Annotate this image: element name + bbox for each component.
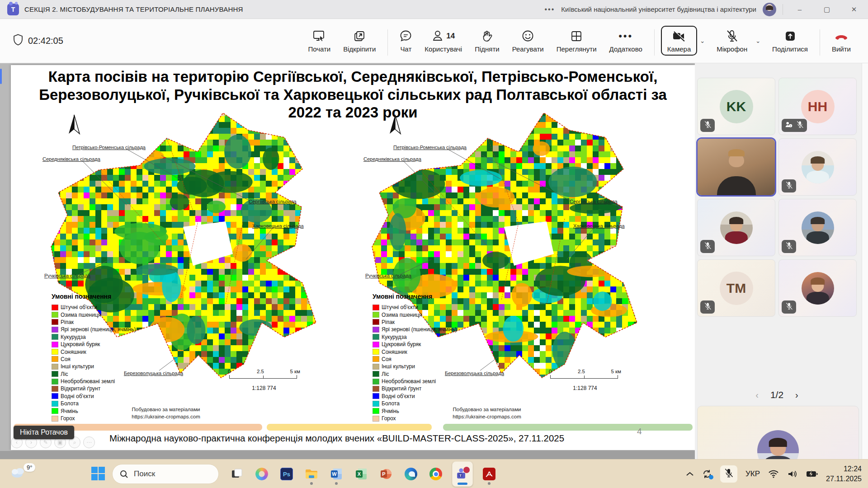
tile-status-badge [782,179,796,192]
shield-icon [13,34,24,48]
raise-hand-icon [481,29,493,43]
maximize-button[interactable]: ▢ [816,0,837,19]
meeting-title: СЕКЦІЯ 2. МІСТОБУДУВАННЯ ТА ТЕРИТОРІАЛЬН… [24,5,243,13]
meeting-toolbar: 02:42:05 Почати Відкріпити [0,19,868,63]
legend-label: Соя [61,356,71,362]
map-attribution: Побудовано за матеріаламиhttps://ukraine… [98,406,234,420]
powerpoint-icon[interactable]: P [377,462,395,486]
keyboard-language[interactable]: УКР [745,469,760,479]
legend-swatch [52,371,58,377]
excel-icon[interactable]: X [353,462,370,486]
legend-swatch [373,312,379,318]
view-button[interactable]: Переглянути [551,26,602,56]
edge-icon[interactable] [402,462,420,486]
legend-label: Ріпак [61,319,74,325]
presentation-slide: Карта посівів на територію Сергіївської,… [11,65,695,450]
legend-swatch [52,305,58,310]
svg-text:T: T [459,474,462,478]
start-presenting-button[interactable]: Почати [302,26,336,56]
tile-status-badge [700,119,715,132]
participant-tile[interactable]: HH! [778,78,857,135]
raise-hand-button[interactable]: Підняти [469,26,505,56]
slide-strip-green [443,424,693,431]
legend-swatch [373,401,379,407]
close-button[interactable]: ✕ [844,0,864,19]
leave-button[interactable]: Вийти [826,26,856,56]
legend-label: Необроблювані землі [61,378,115,385]
legend-swatch [373,342,379,347]
tray-mic-muted-icon[interactable] [720,465,737,483]
participant-tile[interactable] [778,199,857,256]
participant-tile[interactable] [778,259,857,317]
start-button[interactable] [90,466,106,483]
chrome-icon[interactable] [427,462,444,486]
titlebar-more-icon[interactable]: ••• [544,5,555,14]
legend-label: Відкритий ґрунт [382,385,421,392]
participant-avatar [720,211,753,244]
gallery-prev-icon[interactable]: ‹ [755,390,759,400]
legend-item: Озима пшениця [52,311,156,318]
legend-item: Ріпак [52,319,156,326]
mic-options-chevron[interactable]: ⌄ [755,38,760,44]
taskbar-clock[interactable]: 12:24 27.11.2025 [826,464,862,483]
camera-button[interactable]: Камера [661,26,697,56]
file-explorer-icon[interactable] [303,462,320,486]
slide-page-number: 4 [637,427,642,436]
teams-taskbar-icon[interactable]: T [452,461,473,487]
minimize-button[interactable]: – [789,0,810,19]
acrobat-icon[interactable] [481,462,498,486]
weather-widget[interactable]: 9° [10,463,35,479]
attendee-info-icon: ! [785,121,793,130]
participant-tile[interactable]: KK [697,78,775,135]
panel-scrollbar[interactable] [862,63,868,459]
legend-label: Штучні об'єкти [61,304,97,310]
copilot-icon[interactable] [253,462,270,486]
more-options-button[interactable]: ••• Додатково [604,26,648,56]
legend-label: Водні об'єкти [382,393,415,399]
windows-taskbar: 9° Поиск Ps W [0,459,868,488]
photoshop-icon[interactable]: Ps [278,462,295,486]
participant-tile[interactable] [778,138,857,196]
unpin-button[interactable]: Відкріпити [338,26,381,56]
wifi-icon[interactable] [768,470,779,478]
microphone-button[interactable]: Мікрофон [711,26,753,56]
titlebar-divider [783,4,783,15]
legend-item: Ліс [52,371,156,378]
participant-tile[interactable] [697,138,775,196]
volume-icon[interactable] [787,469,798,479]
tile-status-badge [782,240,796,253]
initials-avatar: KK [720,90,753,123]
more-tools-button[interactable]: ⋯ [83,436,95,448]
share-icon [784,29,796,43]
chat-button[interactable]: Чат [394,26,417,56]
taskbar-search-input[interactable]: Поиск [112,464,219,484]
north-arrow-icon [387,114,403,138]
region-label: Сергіївська сільрада [570,199,618,204]
legend-item: Ліс [373,371,476,378]
participant-tile[interactable]: TM [697,259,775,317]
participant-tile[interactable] [697,199,775,256]
battery-icon[interactable] [806,470,818,478]
task-view-icon[interactable] [228,462,245,486]
gallery-next-icon[interactable]: › [795,390,798,400]
participant-video [698,139,775,195]
hang-up-icon [835,29,848,43]
legend-swatch [373,371,379,377]
react-button[interactable]: Реагувати [507,26,549,56]
share-button[interactable]: Поділитися [767,26,813,56]
user-avatar[interactable] [763,3,776,16]
legend-swatch [52,327,58,333]
legend-swatch [52,319,58,325]
participants-button[interactable]: 14 Користувачі [419,26,467,56]
legend-swatch [373,393,379,399]
tray-expand-icon[interactable] [686,471,694,477]
legend-swatch [52,342,58,347]
presenter-name-label: Нікіта Ротачов [14,426,74,439]
legend-swatch [373,305,379,310]
mic-muted-icon [796,121,804,131]
camera-options-chevron[interactable]: ⌄ [700,38,705,44]
sync-status-icon[interactable] [702,469,712,479]
word-icon[interactable]: W [328,462,345,486]
legend-label: Ліс [382,371,389,377]
legend-swatch [373,386,379,392]
